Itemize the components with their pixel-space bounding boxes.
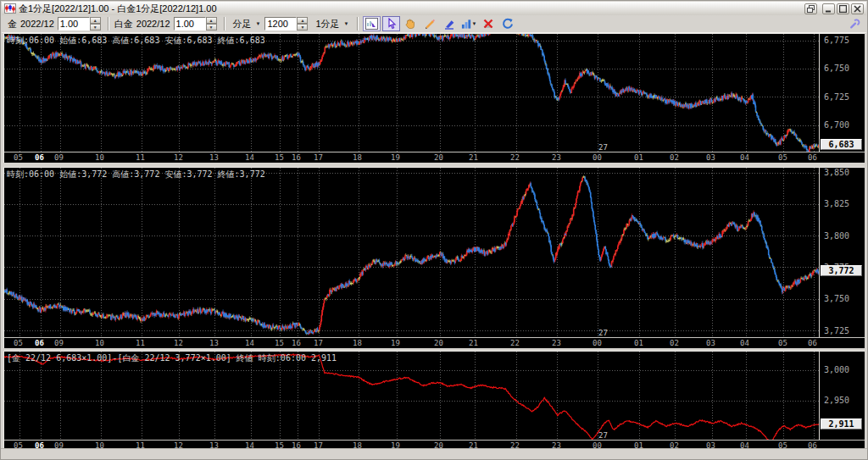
current-price-box: 6,683 bbox=[821, 139, 862, 150]
time-tick-label: 16 bbox=[292, 153, 301, 162]
minimize-button[interactable] bbox=[822, 3, 835, 14]
spread-info: [金 22/12 6,683×1.00]-[白金 22/12 3,772×1.0… bbox=[7, 352, 337, 364]
time-tick-label: 21 bbox=[469, 339, 478, 347]
gold-multiplier-up-button[interactable]: ▲ bbox=[90, 17, 101, 24]
gold-ohlc-info: 時刻:06:00 始値:6,683 高値:6,683 安値:6,683 終値:6… bbox=[7, 35, 265, 47]
time-tick-label: 01 bbox=[634, 153, 643, 162]
spread-plot-area[interactable]: 27 bbox=[4, 352, 819, 440]
time-tick-label: 20 bbox=[434, 153, 443, 162]
float-window-button[interactable] bbox=[804, 3, 817, 14]
platinum-multiplier-up-button[interactable]: ▲ bbox=[206, 17, 217, 24]
time-tick-label: 17 bbox=[314, 339, 323, 347]
chevron-down-icon: ▼ bbox=[472, 21, 477, 26]
pen-icon bbox=[443, 18, 455, 30]
price-tick-label: 3,750 bbox=[824, 294, 849, 303]
time-tick-label: 21 bbox=[469, 153, 478, 162]
settings-wrench-icon bbox=[849, 18, 860, 29]
time-tick-label: 12 bbox=[174, 339, 183, 347]
pen-button[interactable] bbox=[441, 16, 459, 31]
chart-pointer-button[interactable] bbox=[363, 16, 381, 31]
time-tick-label: 06 bbox=[35, 153, 44, 162]
time-tick-label: 20 bbox=[434, 339, 443, 347]
platinum-time-axis: 0506091011121314151617181920212223000102… bbox=[4, 337, 865, 348]
spread-price-axis: 3,0002,9502,911 bbox=[819, 352, 865, 440]
chevron-down-icon: ▼ bbox=[256, 21, 261, 26]
bar-count-spinner: ▲▼ bbox=[264, 17, 308, 30]
time-tick-label: 02 bbox=[670, 153, 679, 162]
refresh-button[interactable] bbox=[499, 16, 517, 31]
platinum-plot-area[interactable]: 27 bbox=[4, 168, 819, 337]
gold-multiplier-down-button[interactable]: ▼ bbox=[90, 24, 101, 30]
interval-dropdown[interactable]: 1分足 ▼ bbox=[311, 16, 353, 32]
gold-chart-panel: 時刻:06:00 始値:6,683 高値:6,683 安値:6,683 終値:6… bbox=[3, 33, 865, 163]
time-tick-label: 01 bbox=[634, 339, 643, 347]
gold-symbol-label: 金 bbox=[8, 18, 17, 30]
price-tick-label: 6,700 bbox=[824, 120, 849, 130]
time-tick-label: 11 bbox=[136, 339, 145, 347]
gold-time-axis: 0506091011121314151617181920212223000102… bbox=[4, 152, 865, 163]
time-tick-label: 00 bbox=[593, 339, 602, 347]
time-tick-label: 03 bbox=[706, 339, 715, 347]
time-tick-label: 22 bbox=[510, 339, 520, 347]
bar-count-input[interactable] bbox=[264, 17, 297, 30]
app-window: 金1分足[2022/12]1.00 - 白金1分足[2022/12]1.00 金… bbox=[0, 0, 868, 460]
time-tick-label: 19 bbox=[391, 153, 400, 162]
time-tick-label: 15 bbox=[275, 153, 284, 162]
svg-text:27: 27 bbox=[598, 329, 608, 337]
time-tick-label: 02 bbox=[670, 339, 679, 347]
time-tick-label: 04 bbox=[740, 339, 749, 347]
current-price-box: 3,772 bbox=[821, 265, 862, 276]
time-tick-label: 15 bbox=[275, 339, 284, 347]
title-bar[interactable]: 金1分足[2022/12]1.00 - 白金1分足[2022/12]1.00 bbox=[2, 2, 866, 16]
time-tick-label: 06 bbox=[808, 339, 817, 347]
bar-type-label: 分足 bbox=[233, 18, 252, 30]
clear-drawings-button[interactable] bbox=[480, 16, 498, 31]
select-cursor-icon bbox=[386, 18, 397, 30]
time-tick-label: 09 bbox=[54, 339, 64, 347]
time-tick-label: 13 bbox=[209, 153, 219, 162]
pan-hand-button[interactable] bbox=[402, 16, 420, 31]
clear-drawings-icon bbox=[482, 18, 494, 30]
time-tick-label: 14 bbox=[245, 153, 254, 162]
platinum-multiplier-input[interactable] bbox=[174, 17, 206, 30]
platinum-multiplier-down-button[interactable]: ▼ bbox=[206, 24, 217, 30]
price-tick-label: 6,750 bbox=[824, 64, 849, 73]
close-button[interactable] bbox=[851, 3, 864, 14]
select-cursor-button[interactable] bbox=[382, 16, 400, 31]
gold-contract-month: 2022/12 bbox=[20, 19, 54, 29]
time-tick-label: 12 bbox=[174, 153, 183, 162]
toolbar: 金 2022/12 ▲▼ 白金 2022/12 ▲▼ 分足 ▼ ▲▼ 1分足 ▼ bbox=[2, 15, 866, 33]
toolbar-separator bbox=[108, 17, 109, 30]
chevron-down-icon: ▼ bbox=[344, 21, 349, 26]
gold-multiplier-spinner: ▲▼ bbox=[58, 17, 101, 30]
platinum-ohlc-info: 時刻:06:00 始値:3,772 高値:3,772 安値:3,772 終値:3… bbox=[7, 169, 265, 180]
time-tick-label: 17 bbox=[314, 153, 323, 162]
close-icon bbox=[854, 5, 861, 13]
gold-multiplier-input[interactable] bbox=[58, 17, 90, 30]
maximize-button[interactable] bbox=[837, 3, 849, 14]
price-tick-label: 6,775 bbox=[824, 36, 849, 45]
bar-count-down-button[interactable]: ▼ bbox=[297, 24, 308, 30]
window-title: 金1分足[2022/12]1.00 - 白金1分足[2022/12]1.00 bbox=[19, 3, 804, 15]
price-tick-label: 3,725 bbox=[824, 326, 849, 335]
chart-area: 時刻:06:00 始値:6,683 高値:6,683 安値:6,683 終値:6… bbox=[3, 33, 865, 449]
bar-count-up-button[interactable]: ▲ bbox=[297, 17, 308, 24]
time-tick-label: 05 bbox=[778, 339, 787, 347]
time-tick-label: 19 bbox=[391, 339, 400, 347]
gold-price-axis: 6,7756,7506,7256,7006,683 bbox=[819, 34, 865, 152]
float-window-icon bbox=[807, 5, 815, 13]
price-tick-label: 3,850 bbox=[824, 168, 849, 177]
bar-type-dropdown[interactable]: 分足 ▼ bbox=[229, 16, 265, 32]
pencil-button[interactable] bbox=[421, 16, 439, 31]
time-tick-label: 04 bbox=[740, 153, 749, 162]
time-tick-label: 09 bbox=[54, 153, 64, 162]
time-tick-label: 18 bbox=[353, 153, 362, 162]
chart-style-icon bbox=[461, 18, 472, 30]
gold-plot-area[interactable]: 27 bbox=[4, 34, 819, 152]
time-tick-label: 22 bbox=[510, 153, 520, 162]
chart-style-button[interactable]: ▼ bbox=[460, 16, 478, 31]
price-tick-label: 6,725 bbox=[824, 92, 849, 102]
settings-wrench-button[interactable] bbox=[849, 18, 860, 30]
time-tick-label: 23 bbox=[552, 153, 561, 162]
minimize-icon bbox=[825, 5, 832, 13]
